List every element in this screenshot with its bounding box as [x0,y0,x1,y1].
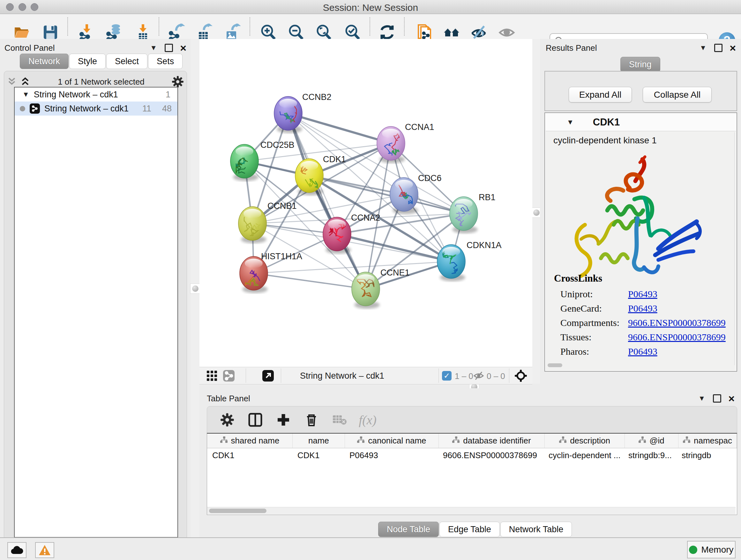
birds-eye-view-icon[interactable] [262,370,274,383]
horizontal-splitter[interactable] [199,384,741,388]
expand-all-button[interactable]: Expand All [569,87,632,103]
tab-sets[interactable]: Sets [148,54,183,69]
open-session-icon[interactable] [13,23,30,41]
network-canvas[interactable]: CCNB2CCNA1CDC25BCDK1CDC6RB1CCNB1CCNA2CDK… [199,39,532,367]
network-node-RB1[interactable]: RB1 [450,192,495,233]
add-column-icon[interactable] [275,412,291,428]
import-network-database-icon[interactable] [105,23,123,41]
column-header-shared-name[interactable]: shared name [207,434,293,448]
table-hscroll-thumb[interactable] [209,509,266,513]
crosslink-value-link[interactable]: P06493 [628,289,657,300]
export-table-icon[interactable] [196,23,213,41]
warning-button[interactable] [35,542,54,558]
crosslink-value-link[interactable]: P06493 [628,303,657,314]
export-image-icon[interactable] [223,23,241,41]
network-row[interactable]: String Network – cdk1 11 48 [15,102,178,116]
network-node-CDC6[interactable]: CDC6 [390,173,442,214]
tab-string[interactable]: String [620,57,660,72]
crosslink-value-link[interactable]: P06493 [628,346,657,357]
node-label: CDC6 [418,173,442,183]
panel-float-icon[interactable] [165,44,173,52]
tab-network-table[interactable]: Network Table [500,522,572,537]
table-cell[interactable]: CDK1 [207,448,292,462]
grid-view-icon[interactable] [207,371,217,382]
crosslink-value-link[interactable]: 9606.ENSP00000378699 [628,332,726,343]
share-document-icon[interactable] [416,23,433,41]
show-eye-icon[interactable] [498,23,515,41]
gene-name: CDK1 [593,117,620,128]
export-network-icon[interactable] [168,23,185,41]
network-edge[interactable] [254,273,366,289]
column-header-label: namespac [694,436,732,446]
panel-close-icon[interactable]: × [728,394,735,402]
home-icon[interactable] [443,23,460,41]
table-cell[interactable]: stringdb:9... [623,448,677,462]
table-row[interactable]: CDK1CDK1P064939606.ENSP00000378699cyclin… [207,448,737,462]
column-header-name[interactable]: name [293,434,345,448]
table-cell[interactable]: stringdb [677,448,735,462]
network-options-gear-icon[interactable] [172,76,184,88]
save-session-icon[interactable] [42,23,59,41]
panel-menu-icon[interactable]: ▼ [150,44,157,52]
network-node-CDK1[interactable]: CDK1 [295,154,346,195]
tab-network[interactable]: Network [20,54,69,69]
section-collapse-icon[interactable]: ▼ [567,118,574,126]
gene-section-header[interactable]: ▼ CDK1 [546,114,736,131]
collapse-all-button[interactable]: Collapse All [643,87,712,103]
crosslink-value-link[interactable]: 9606.ENSP00000378699 [628,317,726,328]
hidden-counts: 0 – 0 [487,371,505,381]
import-table-icon[interactable] [134,23,151,41]
panel-close-icon[interactable]: × [730,44,736,52]
import-network-file-icon[interactable] [78,23,95,41]
zoom-fit-icon[interactable] [315,23,332,41]
panel-float-icon[interactable] [713,394,721,402]
zoom-selected-icon[interactable] [344,23,361,41]
memory-button[interactable]: Memory [687,541,736,558]
network-node-CCNA2[interactable]: CCNA2 [323,213,381,254]
table-hscrollbar[interactable] [207,507,736,514]
network-node-CCNE1[interactable]: CCNE1 [352,268,410,309]
delete-column-icon[interactable] [304,412,320,428]
zoom-out-icon[interactable] [287,23,305,41]
tab-style[interactable]: Style [69,54,106,69]
table-cell[interactable]: P06493 [344,448,438,462]
network-node-CDKN1A[interactable]: CDKN1A [437,240,502,281]
panel-menu-icon[interactable]: ▼ [698,394,705,402]
node-label: RB1 [479,192,495,202]
column-header-@id[interactable]: @id [625,434,678,448]
network-edge[interactable] [288,113,366,289]
column-header-canonical-name[interactable]: canonical name [345,434,439,448]
table-cell[interactable]: 9606.ENSP00000378699 [438,448,543,462]
tab-select[interactable]: Select [106,54,147,69]
table-cell[interactable]: cyclin-dependent ... [543,448,623,462]
left-splitter[interactable] [191,39,199,537]
left-splitter-handle[interactable] [190,284,200,294]
expand-all-icon[interactable] [20,77,30,86]
hidden-eye-slash-icon[interactable] [473,371,484,382]
table-options-gear-icon[interactable] [219,412,235,428]
cloud-button[interactable] [7,542,26,558]
collection-expand-icon[interactable]: ▼ [22,90,29,99]
share-view-icon[interactable] [223,370,234,383]
tab-edge-table[interactable]: Edge Table [440,522,500,537]
tab-node-table[interactable]: Node Table [378,522,439,537]
network-edge[interactable] [288,113,391,143]
panel-close-icon[interactable]: × [180,44,186,52]
column-header-database-identifier[interactable]: database identifier [439,434,545,448]
apply-layout-icon[interactable] [379,23,396,41]
network-collection-row[interactable]: ▼ String Network – cdk1 1 [15,87,178,102]
fit-selected-crosshair-icon[interactable] [515,370,527,383]
panel-float-icon[interactable] [714,44,723,52]
panel-menu-icon[interactable]: ▼ [699,44,706,52]
results-hscroll-thumb[interactable] [548,363,562,367]
table-cell[interactable]: CDK1 [292,448,344,462]
selected-checkbox-icon[interactable]: ✓ [442,371,452,381]
zoom-in-icon[interactable] [259,23,277,41]
node-label: CCNB2 [302,92,332,102]
right-splitter[interactable] [532,39,540,384]
hide-selected-eye-icon[interactable] [470,23,487,41]
column-header-namespac[interactable]: namespac [678,434,737,448]
show-columns-icon[interactable] [247,412,263,428]
column-header-description[interactable]: description [545,434,625,448]
collapse-all-icon[interactable] [6,77,17,86]
